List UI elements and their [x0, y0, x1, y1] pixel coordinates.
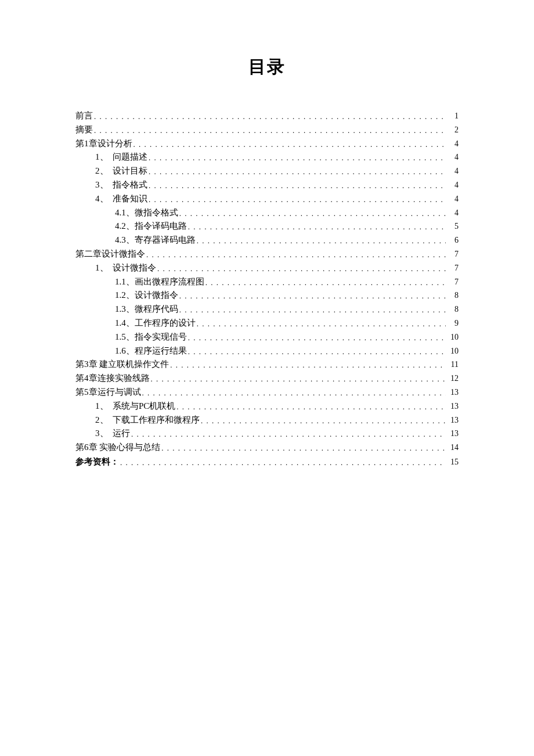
toc-entry: 3、指令格式4	[75, 181, 459, 189]
toc-leader-dots	[149, 168, 446, 175]
toc-leader-dots	[161, 444, 446, 452]
toc-entry-label: 微程序代码	[135, 305, 179, 314]
toc-entry-number: 3、	[95, 429, 113, 438]
toc-leader-dots	[120, 459, 446, 466]
toc-entry-label: 设计微指令	[135, 291, 179, 300]
toc-entry-label: 前言	[75, 111, 94, 120]
toc-entry: 1、问题描述4	[75, 153, 459, 161]
toc-leader-dots	[201, 417, 446, 424]
toc-entry-page: 4	[446, 195, 459, 203]
toc-entry-label: 问题描述	[113, 153, 149, 161]
toc-leader-dots	[205, 279, 446, 286]
toc-entry-page: 4	[446, 153, 459, 161]
toc-entry: 1、设计微指令 7	[75, 264, 459, 272]
toc-entry: 1.4、工作程序的设计9	[75, 319, 459, 327]
toc-entry-label: 摘要	[75, 125, 94, 134]
toc-entry-label: 设计微指令	[113, 264, 157, 272]
toc-entry: 1.1、画出微程序流程图7	[75, 278, 459, 286]
toc-entry-number: 1、	[95, 264, 113, 272]
toc-entry-label: 下载工作程序和微程序	[113, 416, 201, 424]
toc-entry-page: 4	[446, 181, 459, 189]
toc-entry: 第二章设计微指令7	[75, 250, 459, 258]
toc-entry-page: 10	[446, 347, 459, 355]
toc-list: 前言1摘要2第1章设计分析41、问题描述42、设计目标43、指令格式44、准备知…	[75, 111, 459, 466]
toc-entry: 1.3、微程序代码8	[75, 305, 459, 314]
toc-leader-dots	[131, 430, 446, 438]
toc-entry-page: 11	[446, 361, 459, 369]
toc-entry-number: 3、	[95, 181, 113, 189]
toc-entry-label: 画出微程序流程图	[135, 278, 205, 286]
toc-entry-page: 9	[446, 319, 459, 327]
toc-title: 目录	[75, 55, 459, 79]
toc-entry-label: 第二章设计微指令	[75, 250, 146, 258]
toc-entry-page: 1	[446, 112, 459, 120]
toc-entry-number: 2、	[95, 416, 113, 424]
toc-entry-page: 7	[446, 278, 459, 286]
toc-entry-number: 4.1、	[115, 208, 135, 217]
toc-leader-dots	[142, 389, 446, 397]
toc-entry-label: 设计目标	[113, 167, 149, 175]
toc-entry-number: 1.4、	[115, 319, 135, 327]
toc-entry-page: 12	[446, 375, 459, 383]
toc-leader-dots	[146, 251, 446, 258]
toc-entry-label: 指令译码电路	[135, 222, 188, 231]
toc-entry-number: 1.1、	[115, 278, 135, 286]
toc-entry-page: 4	[446, 209, 459, 217]
toc-entry-label: 程序运行结果	[135, 347, 188, 355]
toc-entry-label: 微指令格式	[135, 208, 179, 217]
toc-entry-page: 13	[446, 402, 459, 411]
toc-entry-label: 参考资料：	[75, 457, 120, 466]
toc-entry-page: 15	[446, 458, 459, 466]
toc-leader-dots	[149, 154, 446, 161]
toc-entry: 第4章连接实验线路12	[75, 374, 459, 383]
toc-entry-page: 7	[446, 264, 459, 272]
toc-entry-number: 4.3、	[115, 236, 135, 244]
toc-entry: 第1章设计分析4	[75, 139, 459, 148]
toc-entry: 4.2、 指令译码电路5	[75, 222, 459, 231]
toc-leader-dots	[188, 334, 446, 341]
toc-leader-dots	[176, 403, 446, 411]
toc-leader-dots	[197, 237, 446, 244]
toc-leader-dots	[188, 348, 446, 355]
toc-entry: 4.1、微指令格式4	[75, 208, 459, 217]
toc-leader-dots	[188, 223, 446, 231]
toc-entry-number: 1、	[95, 402, 113, 411]
toc-entry-number: 2、	[95, 167, 113, 175]
toc-entry-label: 指令格式	[113, 181, 149, 189]
toc-entry-label: 寄存器译码电路	[135, 236, 197, 244]
toc-entry: 2、设计目标4	[75, 167, 459, 175]
toc-entry-page: 13	[446, 416, 459, 424]
toc-entry-label: 第1章设计分析	[75, 139, 134, 148]
toc-leader-dots	[197, 320, 446, 327]
toc-entry: 参考资料：15	[75, 457, 459, 466]
toc-entry-page: 10	[446, 333, 459, 341]
toc-entry-label: 指令实现信号	[135, 333, 188, 341]
toc-entry-label: 系统与PC机联机	[113, 402, 176, 411]
page-content: 目录 前言1摘要2第1章设计分析41、问题描述42、设计目标43、指令格式44、…	[75, 55, 459, 471]
toc-entry-page: 13	[446, 388, 459, 397]
toc-entry-page: 14	[446, 444, 459, 452]
toc-entry-number: 1.3、	[115, 305, 135, 314]
toc-entry-number: 1.2、	[115, 291, 135, 300]
toc-entry: 4.3、寄存器译码电路6	[75, 236, 459, 244]
toc-leader-dots	[170, 361, 446, 369]
toc-entry-label: 第6章 实验心得与总结	[75, 443, 161, 452]
toc-entry-number: 4.2、	[115, 222, 135, 231]
toc-leader-dots	[149, 182, 446, 189]
toc-leader-dots	[94, 127, 446, 134]
toc-entry-label: 工作程序的设计	[135, 319, 197, 327]
toc-entry: 摘要2	[75, 125, 459, 134]
toc-entry: 第5章运行与调试13	[75, 388, 459, 397]
toc-entry-page: 13	[446, 430, 459, 438]
toc-leader-dots	[151, 375, 446, 383]
toc-entry-number: 4、	[95, 195, 113, 203]
toc-leader-dots	[149, 196, 446, 203]
toc-entry-label: 第3章 建立联机操作文件	[75, 360, 170, 369]
toc-entry-page: 6	[446, 236, 459, 244]
toc-entry: 1.5、指令实现信号10	[75, 333, 459, 341]
toc-leader-dots	[134, 141, 446, 148]
toc-entry-page: 4	[446, 167, 459, 175]
toc-entry-number: 1、	[95, 153, 113, 161]
toc-entry-page: 7	[446, 250, 459, 258]
toc-entry-page: 2	[446, 126, 459, 134]
